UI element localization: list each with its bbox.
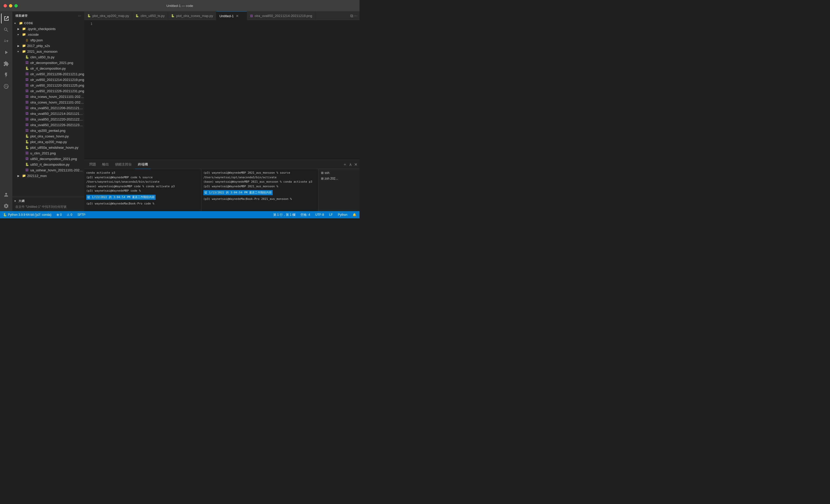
maximize-button[interactable] [14,4,18,7]
encoding-label: UTF-8 [315,213,324,217]
run-activity-icon[interactable] [1,47,11,58]
outline-header[interactable]: ▾ 大綱 [12,198,84,204]
more-actions-icon[interactable]: ··· [354,13,357,18]
vscode-arrow: ▾ [18,33,22,36]
tree-item-olra-u4[interactable]: 🖼 olra_uva850_20211226-20211231.png [12,122,84,128]
terminal-sidebar-item-zsh[interactable]: ⊞ zsh 202... [319,176,358,181]
tree-item-olr-dec[interactable]: 🖼 olr_decomposition_2021.png [12,60,84,65]
status-python-version[interactable]: 🐍 Python 3.9.9 64-bit ('p3': conda) [2,211,53,218]
panel-close-icon[interactable]: ✕ [354,162,357,167]
line-numbers: 1 [84,20,95,160]
status-warnings[interactable]: ⚠ 0 [66,211,73,218]
sidebar-more-icon[interactable]: ··· [78,14,81,18]
extensions-activity-icon[interactable] [1,59,11,69]
tree-item-olr-uv4[interactable]: 🖼 olr_uv850_20211226-20211231.png [12,88,84,94]
panel-tab-end: ＋ ∧ ✕ [343,162,357,167]
problems-label: 問題 [89,162,96,167]
vscode-icon: 📁 [22,32,26,37]
panel-tabs: 問題 輸出 偵錯主控台 終端機 ＋ ∧ ✕ [84,160,359,169]
u850-rt-icon: 🐍 [25,162,29,167]
tree-item-mon2[interactable]: ▶ 📁 202112_mon [12,173,84,179]
tree-item-olra-c2[interactable]: 🖼 olra_ccews_hovm_20211101-2022010... [12,99,84,105]
status-spaces[interactable]: 空格: 4 [299,211,311,218]
olr-rt-icon: 🐍 [25,66,29,71]
status-left: 🐍 Python 3.9.9 64-bit ('p3': conda) ⊗ 0 … [2,211,86,218]
tab-untitled-1[interactable]: Untitled-1 ✕ [216,11,247,20]
status-language[interactable]: Python [337,211,349,218]
test-activity-icon[interactable] [1,70,11,80]
tree-item-monsoon[interactable]: ▾ 📁 2021_aus_monsoon [12,49,84,54]
tree-item-olr-uv3[interactable]: 🖼 olr_uv850_20211220-20211225.png [12,83,84,88]
mon2-arrow: ▶ [18,175,22,177]
tree-item-olra-u3[interactable]: 🖼 olra_uva850_20211220-20211225.png [12,116,84,122]
terminal-sidebar-item-ssh[interactable]: ⊞ ssh [319,170,358,176]
panel-tab-problems[interactable]: 問題 [86,160,99,169]
panel-chevron-up-icon[interactable]: ∧ [349,162,352,167]
tree-item-olra-vp[interactable]: 🖼 olra_vp200_pentad.png [12,128,84,133]
close-button[interactable] [4,4,7,7]
tree-item-olra-u2[interactable]: 🖼 olra_uva850_20211214-20211219.png [12,111,84,116]
status-errors[interactable]: ⊗ 0 [56,211,63,218]
tree-item-plot-vp[interactable]: 🐍 plot_olra_vp200_map.py [12,139,84,145]
tree-item-u-clim[interactable]: 🖼 u_clim_2021.png [12,150,84,156]
tree-item-olr-uv1[interactable]: 🖼 olr_uv850_20211206-20211211.png [12,71,84,77]
tab4-close-button[interactable]: ✕ [235,14,240,18]
terminal-pane-left[interactable]: conda activate p3 (p3) waynetsai@Waynede… [84,169,201,211]
monsoon-arrow: ▾ [18,50,22,53]
tab-olra-uva850-png[interactable]: 🖼 olra_uva850_20211214-20211219.png [247,11,315,20]
code-area[interactable] [95,20,359,160]
olra-vp-icon: 🖼 [25,128,29,133]
explorer-activity-icon[interactable] [1,13,11,24]
terminal-pane-right[interactable]: (p3) waynetsai@WaynedeMBP 2021_aus_monso… [201,169,318,211]
search-activity-icon[interactable] [1,25,11,35]
tree-item-olr-uv2[interactable]: 🖼 olr_uv850_20211214-20211219.png [12,77,84,83]
tree-item-vscode[interactable]: ▾ 📁 .vscode [12,32,84,37]
add-terminal-icon[interactable]: ＋ [343,162,347,167]
status-position[interactable]: 第 1 行，第 1 欄 [272,211,297,218]
tree-item-clim[interactable]: 🐍 clim_u850_ts.py [12,54,84,60]
status-encoding[interactable]: UTF-8 [314,211,325,218]
tree-item-plot-u8[interactable]: 🐍 plot_u850a_windshear_hovm.py [12,145,84,150]
tree-item-ipynb[interactable]: ▶ 📁 .ipynb_checkpoints [12,26,84,32]
status-sftp[interactable]: SFTP [76,211,86,218]
tree-item-u850-d[interactable]: 🖼 u850_decomposition_2021.png [12,156,84,162]
olra-c1-icon: 🖼 [25,94,29,99]
account-activity-icon[interactable] [1,190,11,200]
split-editor-icon[interactable]: ⧉ [350,13,353,18]
tree-item-phlp[interactable]: ▶ 📁 2017_phlp_s2s [12,43,84,49]
tab-plot-olra-vp200[interactable]: 🐍 plot_olra_vp200_map.py [84,11,132,20]
panel-tab-debug[interactable]: 偵錯主控台 [112,160,135,169]
status-right: 第 1 行，第 1 欄 空格: 4 UTF-8 LF Python 🔔 [272,211,357,218]
status-notifications[interactable]: 🔔 [352,211,357,218]
spaces-label: 空格: 4 [300,213,310,217]
tab-plot-olra-ccews[interactable]: 🐍 plot_olra_ccews_map.py [168,11,216,20]
olra-c2-label: olra_ccews_hovm_20211101-2022010... [30,100,84,104]
minimize-button[interactable] [9,4,12,7]
panel-tab-terminal[interactable]: 終端機 [135,160,151,169]
tab-clim-u850[interactable]: 🐍 clim_u850_ts.py [132,11,168,20]
tree-item-sftp[interactable]: {} sftp.json [12,37,84,43]
tree-item-u850-rt[interactable]: 🐍 u850_rt_decomposition.py [12,162,84,167]
terminal-label: 終端機 [138,162,148,167]
tree-item-ua-ush[interactable]: 🖼 ua_ushear_hovm_20211101-202201005... [12,167,84,173]
tree-item-olr-rt[interactable]: 🐍 olr_rt_decomposition.py [12,65,84,71]
source-control-activity-icon[interactable] [1,36,11,46]
panel-tab-output[interactable]: 輸出 [99,160,112,169]
clim-icon: 🐍 [25,55,29,59]
terminal-zsh-icon: ⊞ [321,177,324,180]
status-line-ending[interactable]: LF [328,211,334,218]
tree-item-plot-cc[interactable]: 🐍 plot_olra_ccews_hovm.py [12,133,84,139]
settings-activity-icon[interactable] [1,201,11,211]
tree-item-olra-c1[interactable]: 🖼 olra_ccews_hovm_20211101-2022010... [12,94,84,99]
file-tree: ▾ 📁 CODE ▶ 📁 .ipynb_checkpoints ▾ 📁 .vsc… [12,20,84,197]
phlp-label: 2017_phlp_s2s [27,44,50,48]
olra-u2-label: olra_uva850_20211214-20211219.png [30,112,84,116]
window-controls[interactable] [4,4,18,7]
tree-root[interactable]: ▾ 📁 CODE [12,20,84,26]
olra-u1-label: olra_uva850_20211206-20211211.png [30,106,84,110]
window-title: Untitled-1 — code [166,4,193,8]
position-label: 第 1 行，第 1 欄 [273,213,295,217]
phlp-arrow: ▶ [18,44,22,47]
python-activity-icon[interactable]: Py [1,81,11,91]
tree-item-olra-u1[interactable]: 🖼 olra_uva850_20211206-20211211.png [12,105,84,111]
